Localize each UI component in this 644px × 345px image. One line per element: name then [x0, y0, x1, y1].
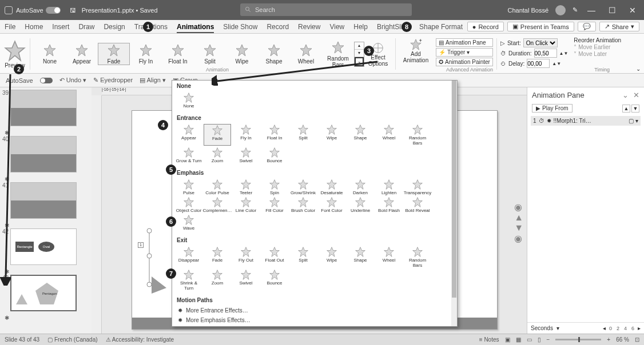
qat-align[interactable]: ▤ Align ▾	[140, 77, 166, 84]
thumb-41[interactable]	[10, 182, 77, 219]
more-exit[interactable]: ✸ More Exit Effects…	[172, 325, 457, 327]
dd-bounce[interactable]: Bounce	[261, 147, 288, 163]
view-slideshow-icon[interactable]: ▯	[538, 336, 541, 343]
start-select[interactable]: On Click	[523, 38, 558, 47]
dd-floatin[interactable]: Float In	[261, 124, 288, 146]
duration-input[interactable]	[534, 49, 557, 58]
tab-file[interactable]: File	[5, 23, 15, 31]
view-reading-icon[interactable]: ▭	[527, 336, 532, 343]
thumb-40[interactable]	[10, 136, 77, 172]
dd-boldreveal[interactable]: Bold Reveal	[404, 196, 431, 213]
animation-entry[interactable]: 1⏱✸!!Morph1: Tri…▢ ▾	[531, 116, 641, 126]
fit-button[interactable]: ⊡	[635, 336, 639, 343]
gallery-fade[interactable]: Fade	[98, 43, 130, 65]
gallery-floatin[interactable]: Float In	[162, 43, 194, 65]
animation-painter-button[interactable]: ✪ Animation Painter	[436, 58, 493, 66]
dd-none[interactable]: None	[175, 92, 202, 109]
play-from-button[interactable]: ▶ Play From	[532, 104, 573, 113]
dd-linecolor[interactable]: Line Color	[232, 196, 260, 213]
comments-button[interactable]: 💬	[578, 22, 596, 31]
dd-underline[interactable]: Underline	[347, 196, 374, 213]
qat-undo[interactable]: ↶ Undo ▾	[59, 77, 86, 84]
share-button[interactable]: ↗ Share ▾	[599, 22, 639, 31]
move-later[interactable]: ˅ Move Later	[574, 51, 621, 57]
thumb-43[interactable]: Pentagon	[10, 275, 77, 311]
canvas-nav[interactable]: ◉▲▼◉	[514, 202, 523, 244]
dd-swivel[interactable]: Swivel	[232, 147, 260, 163]
tab-record[interactable]: Record	[267, 23, 289, 31]
lang-indicator[interactable]: ▢ French (Canada)	[47, 336, 97, 343]
view-sorter-icon[interactable]: ▦	[516, 336, 521, 343]
ribbon-mode-icon[interactable]: ✎	[573, 6, 578, 14]
dd-shrinkturn[interactable]: Shrink & Turn	[175, 269, 202, 291]
delay-input[interactable]	[527, 59, 550, 68]
dd-flyin[interactable]: Fly In	[232, 124, 260, 146]
tab-help[interactable]: Help	[353, 23, 368, 31]
dd-teeter[interactable]: Teeter	[232, 179, 260, 195]
qat-eyedropper[interactable]: ✎ Eyedropper	[93, 77, 133, 84]
dd-wipe[interactable]: Wipe	[318, 124, 345, 146]
tab-design[interactable]: Design	[104, 23, 125, 31]
ribbon-collapse[interactable]: ⌄	[636, 66, 641, 72]
dd-disappear[interactable]: Disappear	[175, 246, 202, 268]
gallery-none[interactable]: None	[34, 43, 66, 65]
dd-wave[interactable]: Wave	[175, 214, 202, 231]
dd-fade[interactable]: Fade	[204, 124, 231, 146]
dd-darken[interactable]: Darken	[347, 179, 374, 195]
autosave-toggle[interactable]	[46, 7, 61, 14]
dd-zoom[interactable]: Zoom	[204, 269, 231, 291]
notes-button[interactable]: ≡ Notes	[479, 336, 499, 343]
dd-fillcolor[interactable]: Fill Color	[261, 196, 288, 213]
anim-move-up[interactable]: ▲	[622, 105, 630, 113]
dd-shape[interactable]: Shape	[347, 246, 374, 268]
tab-view[interactable]: View	[329, 23, 344, 31]
dd-pulse[interactable]: Pulse	[175, 179, 202, 195]
maximize-button[interactable]: ☐	[605, 6, 619, 15]
dd-desaturate[interactable]: Desaturate	[318, 179, 345, 195]
dd-shape[interactable]: Shape	[347, 124, 374, 146]
present-teams-button[interactable]: ▣ Present in Teams	[507, 22, 574, 31]
move-earlier[interactable]: ˄ Move Earlier	[574, 44, 621, 50]
dd-objectcolor[interactable]: Object Color	[175, 196, 202, 213]
dd-randombars[interactable]: Random Bars	[404, 246, 431, 268]
dd-split[interactable]: Split	[289, 246, 317, 268]
dd-brushcolor[interactable]: Brush Color	[289, 196, 317, 213]
dd-transparency[interactable]: Transparency	[404, 179, 431, 195]
save-icon[interactable]: 🖫	[70, 7, 76, 14]
view-normal-icon[interactable]: ▣	[505, 336, 510, 343]
gallery-scrollbar[interactable]	[452, 81, 456, 298]
dd-wipe[interactable]: Wipe	[318, 246, 345, 268]
trigger-button[interactable]: ⚡ Trigger ▾	[436, 48, 493, 57]
zoom-in[interactable]: +	[607, 336, 610, 343]
zoom-out[interactable]: −	[547, 336, 550, 343]
minimize-button[interactable]: —	[585, 6, 598, 15]
dd-flyout[interactable]: Fly Out	[232, 246, 260, 268]
thumb-39[interactable]	[10, 90, 77, 126]
close-button[interactable]: ✕	[626, 6, 639, 15]
dd-fade[interactable]: Fade	[204, 246, 231, 268]
tab-home[interactable]: Home	[25, 23, 43, 31]
tab-animations[interactable]: Animations	[177, 23, 214, 31]
dd-wheel[interactable]: Wheel	[375, 124, 403, 146]
dd-split[interactable]: Split	[289, 124, 317, 146]
avatar[interactable]	[555, 5, 566, 15]
more-emphasis[interactable]: ✸ More Emphasis Effects…	[172, 315, 457, 325]
dd-boldflash[interactable]: Bold Flash	[375, 196, 403, 213]
gallery-appear[interactable]: Appear	[66, 43, 98, 65]
tab-shapeformat[interactable]: Shape Format	[419, 23, 463, 31]
accessibility[interactable]: ⚠ Accessibility: Investigate	[106, 336, 174, 343]
dd-zoom[interactable]: Zoom	[204, 147, 231, 163]
tab-draw[interactable]: Draw	[78, 23, 94, 31]
dd-complemen[interactable]: Complemen…	[204, 196, 231, 213]
dd-spin[interactable]: Spin	[261, 179, 288, 195]
dd-lighten[interactable]: Lighten	[375, 179, 403, 195]
more-entrance[interactable]: ✸ More Entrance Effects…	[172, 306, 457, 315]
dd-floatout[interactable]: Float Out	[261, 246, 288, 268]
zoom-slider[interactable]	[555, 339, 601, 340]
dd-fontcolor[interactable]: Font Color	[318, 196, 345, 213]
dd-swivel[interactable]: Swivel	[232, 269, 260, 291]
anim-move-down[interactable]: ▼	[631, 105, 639, 113]
pane-dropdown-icon[interactable]: ⌄	[622, 91, 629, 99]
dd-wheel[interactable]: Wheel	[375, 246, 403, 268]
search-box[interactable]: Search	[240, 3, 412, 16]
